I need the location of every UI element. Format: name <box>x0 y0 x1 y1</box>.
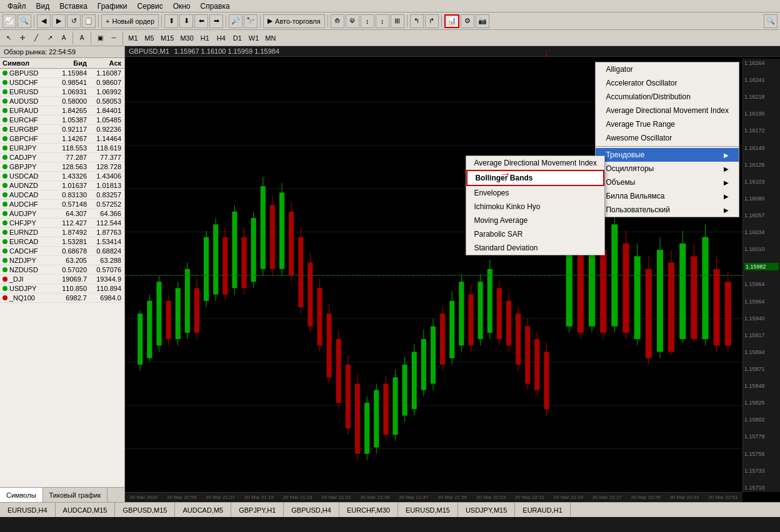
menu-alligator[interactable]: Alligator <box>596 62 739 76</box>
indicators-btn[interactable]: 📊 <box>444 14 459 28</box>
tf-h1[interactable]: H1 <box>198 32 212 44</box>
market-watch-row[interactable]: CADJPY77.28777.377 <box>0 153 124 162</box>
bottom-tab-3[interactable]: AUDCAD,M5 <box>175 503 231 518</box>
history-btn[interactable]: 📋 <box>82 14 96 28</box>
bottom-tab-5[interactable]: GBPUSD,H4 <box>284 503 339 518</box>
menu-help[interactable]: Справка <box>196 2 235 11</box>
menu-volumes[interactable]: Объемы ▶ <box>596 175 739 189</box>
market-watch-row[interactable]: _DJI19069.719344.9 <box>0 275 124 284</box>
draw-arrow-btn[interactable]: ↗ <box>44 32 56 44</box>
bottom-tab-2[interactable]: GBPUSD,M15 <box>115 503 175 518</box>
menu-service[interactable]: Сервис <box>132 2 168 11</box>
color-btn[interactable]: ▣ <box>94 32 106 44</box>
tab-tick-chart[interactable]: Тиковый график <box>43 488 108 502</box>
t14[interactable]: ⚙ <box>461 14 474 28</box>
menu-trend[interactable]: Трендовые ▶ <box>596 148 739 162</box>
bottom-tab-6[interactable]: EURCHF,M30 <box>339 503 398 518</box>
cursor-btn[interactable]: ↖ <box>2 32 15 44</box>
market-watch-row[interactable]: EURCHF1.053871.05485 <box>0 116 124 125</box>
style-btn[interactable]: ─ <box>108 32 120 44</box>
t9[interactable]: ↕ <box>361 14 374 28</box>
tf-d1[interactable]: D1 <box>230 32 245 44</box>
zoom-in-btn[interactable]: 🔍 <box>18 14 31 28</box>
market-watch-row[interactable]: EURUSD1.069311.06992 <box>0 87 124 97</box>
market-watch-row[interactable]: GBPJPY128.563128.728 <box>0 162 124 172</box>
tf-h4[interactable]: H4 <box>214 32 229 44</box>
market-watch-row[interactable]: EURJPY118.553118.619 <box>0 144 124 153</box>
menu-accelerator[interactable]: Accelerator Oscillator <box>596 76 739 90</box>
market-watch-row[interactable]: AUDCAD0.831300.83257 <box>0 190 124 200</box>
t8[interactable]: ⟱ <box>346 14 359 28</box>
menu-admi[interactable]: Average Directional Movement Index <box>596 104 739 117</box>
menu-oscillators[interactable]: Осцилляторы ▶ <box>596 162 739 175</box>
trend-moving-avg[interactable]: Moving Average <box>466 214 604 227</box>
t1[interactable]: ⬆ <box>164 14 178 28</box>
menu-file[interactable]: Файл <box>2 2 31 11</box>
menu-bill-williams[interactable]: Билла Вильямса ▶ <box>596 189 739 203</box>
market-watch-row[interactable]: AUDUSD0.580000.58053 <box>0 97 124 106</box>
menu-awesome[interactable]: Awesome Oscillator <box>596 131 739 145</box>
back-btn[interactable]: ◀ <box>37 14 51 28</box>
market-watch-row[interactable]: GBPCHF1.142671.14464 <box>0 134 124 144</box>
auto-trade-btn[interactable]: ▶ Авто-торговля <box>263 14 325 28</box>
t11[interactable]: ⊞ <box>391 14 404 28</box>
trend-ichimoku[interactable]: Ichimoku Kinko Hyo <box>466 200 604 214</box>
menu-accum-dist[interactable]: Accumulation/Distribution <box>596 90 739 104</box>
tf-w1[interactable]: W1 <box>246 32 262 44</box>
tf-m1[interactable]: M1 <box>126 32 141 44</box>
font-size-btn[interactable]: A <box>76 32 88 44</box>
refresh-btn[interactable]: ↺ <box>67 14 81 28</box>
t10[interactable]: ↕ <box>376 14 389 28</box>
tf-m15[interactable]: M15 <box>158 32 176 44</box>
market-watch-row[interactable]: AUDJPY64.30764.366 <box>0 209 124 219</box>
forward-btn[interactable]: ▶ <box>52 14 66 28</box>
menu-charts[interactable]: Графики <box>92 2 132 11</box>
market-watch-row[interactable]: EURAUD1.842651.84401 <box>0 106 124 116</box>
t6[interactable]: 🔭 <box>244 14 258 28</box>
market-watch-row[interactable]: _NQ1006982.76984.0 <box>0 293 124 303</box>
bottom-tab-7[interactable]: EURUSD,M15 <box>398 503 458 518</box>
trend-envelopes[interactable]: Envelopes <box>466 186 604 200</box>
trend-admi[interactable]: Average Directional Movement Index <box>466 156 604 170</box>
t2[interactable]: ⬇ <box>179 14 193 28</box>
market-watch-row[interactable]: NZDUSD0.570200.57076 <box>0 265 124 275</box>
tab-symbols[interactable]: Символы <box>0 488 43 502</box>
trend-std-dev[interactable]: Standard Deviation <box>466 241 604 255</box>
new-chart-btn[interactable]: 📈 <box>2 14 16 28</box>
search-btn[interactable]: 🔍 <box>764 14 778 28</box>
market-watch-row[interactable]: CHFJPY112.427112.544 <box>0 219 124 228</box>
menu-window[interactable]: Окно <box>168 2 196 11</box>
t7[interactable]: ⟰ <box>331 14 344 28</box>
crosshair-btn[interactable]: ✛ <box>16 32 29 44</box>
market-watch-row[interactable]: GBPUSD1.159841.16087 <box>0 69 124 78</box>
bottom-tab-1[interactable]: AUDCAD,M15 <box>56 503 116 518</box>
t5[interactable]: 🔎 <box>229 14 242 28</box>
t15[interactable]: 📷 <box>476 14 489 28</box>
new-order-btn[interactable]: + Новый ордер <box>101 14 159 28</box>
market-watch-row[interactable]: AUDNZD1.016371.01813 <box>0 181 124 190</box>
tf-m30[interactable]: M30 <box>178 32 196 44</box>
market-watch-row[interactable]: AUDCHF0.571480.57252 <box>0 200 124 209</box>
market-watch-row[interactable]: NZDJPY63.20563.288 <box>0 256 124 265</box>
market-watch-row[interactable]: USDCAD1.433261.43406 <box>0 172 124 181</box>
draw-line-btn[interactable]: ╱ <box>30 32 42 44</box>
market-watch-row[interactable]: EURGBP0.921170.92236 <box>0 125 124 134</box>
bottom-tab-0[interactable]: EURUSD,H4 <box>0 503 56 518</box>
market-watch-row[interactable]: USDJPY110.850110.894 <box>0 284 124 293</box>
t13[interactable]: ↱ <box>425 14 439 28</box>
text-btn[interactable]: A <box>58 32 70 44</box>
market-watch-row[interactable]: CADCHF0.686780.68824 <box>0 247 124 256</box>
tf-m5[interactable]: M5 <box>142 32 157 44</box>
bottom-tab-9[interactable]: EURAUD,H1 <box>515 503 571 518</box>
menu-custom[interactable]: Пользовательский ▶ <box>596 203 739 217</box>
t12[interactable]: ↰ <box>410 14 424 28</box>
trend-bollinger[interactable]: Bollinger Bands <box>466 170 604 186</box>
bottom-tab-8[interactable]: USDJPY,M15 <box>458 503 515 518</box>
t4[interactable]: ➡ <box>209 14 223 28</box>
bottom-tab-4[interactable]: GBPJPY,H1 <box>231 503 284 518</box>
market-watch-row[interactable]: USDCHF0.985410.98607 <box>0 78 124 87</box>
tf-mn[interactable]: MN <box>262 32 278 44</box>
market-watch-row[interactable]: EURNZD1.874921.87763 <box>0 228 124 237</box>
trend-parabolic-sar[interactable]: Parabolic SAR <box>466 227 604 241</box>
menu-atr[interactable]: Average True Range <box>596 117 739 131</box>
